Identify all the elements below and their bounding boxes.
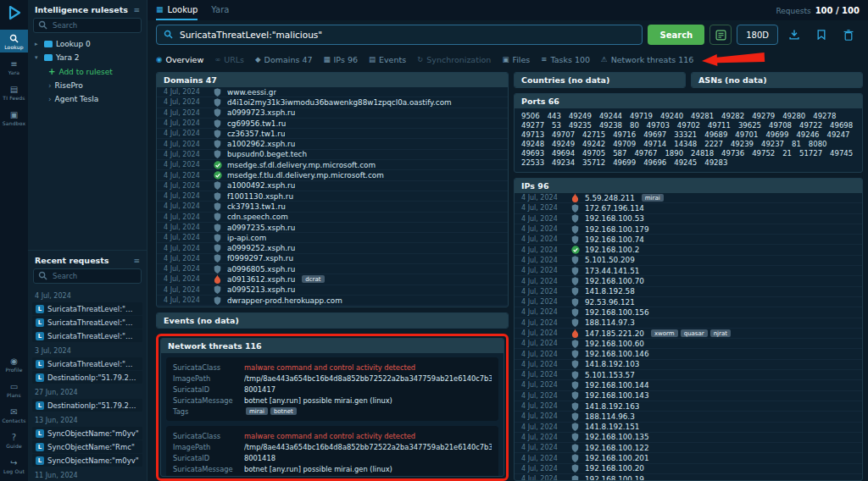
port-value[interactable]: 49702 (677, 121, 700, 130)
port-value[interactable]: 49244 (599, 112, 622, 120)
ip-link[interactable]: 192.168.100.179 (585, 225, 649, 234)
result-tab-overview[interactable]: ◉Overview (156, 55, 203, 64)
recent-request-item[interactable]: LSyncObjectName:"m0yv" (32, 427, 142, 440)
ip-link[interactable]: 192.168.100.70 (585, 277, 644, 285)
domain-link[interactable]: ck37913.tw1.ru (227, 202, 286, 211)
port-value[interactable]: 49699 (613, 158, 636, 167)
port-value[interactable]: 49237 (761, 140, 784, 148)
tag-badge[interactable]: njrat (710, 329, 731, 337)
ip-link[interactable]: 192.168.100.201 (585, 454, 649, 462)
port-value[interactable]: 49719 (630, 112, 653, 120)
tag-badge[interactable]: dcrat (302, 275, 324, 283)
domain-link[interactable]: msedge.sf.dl.delivery.mp.microsoft.com (227, 161, 376, 169)
port-value[interactable]: 14348 (674, 140, 697, 148)
ip-link[interactable]: 188.114.96.3 (585, 412, 635, 421)
ruleset-item-agent-tesla[interactable]: ›Agent Tesla (28, 92, 147, 106)
ruleset-search[interactable] (33, 18, 142, 33)
port-value[interactable]: 49247 (826, 130, 849, 139)
domain-link[interactable]: a0997235.xsph.ru (227, 224, 295, 232)
port-value[interactable]: 49696 (643, 158, 666, 167)
rail-item-profile[interactable]: ◉Profile (0, 352, 28, 375)
port-value[interactable]: 49281 (691, 112, 714, 120)
port-value[interactable]: 53 (552, 121, 561, 130)
period-select[interactable]: 180D (737, 25, 778, 45)
domain-link[interactable]: a0995213.xsph.ru (227, 285, 295, 294)
recent-request-item[interactable]: LDestinationIp:"51.79.21... (32, 399, 142, 412)
recent-request-item[interactable]: LSuricataThreatLevel:"ma... (32, 302, 142, 315)
domain-link[interactable]: msedge.f.tlu.dl.delivery.mp.microsoft.co… (227, 171, 384, 180)
ip-link[interactable]: 188.114.97.3 (585, 318, 635, 327)
port-value[interactable]: 49736 (721, 149, 744, 158)
port-value[interactable]: 49249 (552, 140, 575, 148)
port-value[interactable]: 22533 (521, 158, 544, 167)
recent-request-item[interactable]: LDestinationIp:"51.79.21... (32, 371, 142, 384)
tab-yara[interactable]: Yara (211, 0, 229, 20)
port-value[interactable]: 49752 (752, 149, 775, 158)
domain-link[interactable]: www.eessi.gr (227, 88, 276, 97)
port-value[interactable]: 2227 (704, 140, 723, 148)
ips-panel-header[interactable]: IPs 96 (515, 179, 862, 193)
domains-panel-header[interactable]: Domains 47 (157, 73, 508, 87)
result-tab-tasks[interactable]: ≡Tasks 100 (541, 55, 590, 64)
rail-item-plans[interactable]: ▭Plans (0, 378, 28, 401)
recent-request-item[interactable]: LSuricataThreatLevel:"ma... (32, 329, 142, 342)
domain-link[interactable]: cdn.speech.com (227, 213, 288, 221)
ip-link[interactable]: 192.168.100.60 (585, 340, 644, 348)
delete-icon[interactable] (837, 25, 860, 45)
ip-link[interactable]: 192.168.100.2 (585, 246, 639, 254)
ruleset-search-input[interactable] (51, 20, 136, 30)
download-icon[interactable] (783, 25, 805, 45)
ip-link[interactable]: 141.8.192.151 (585, 423, 639, 431)
rail-item-tifeeds[interactable]: ▤TI Feeds (0, 80, 28, 103)
port-value[interactable]: 49689 (704, 130, 727, 139)
port-value[interactable]: 49248 (521, 140, 544, 148)
rail-item-contacts[interactable]: ✉Contacts (0, 403, 28, 426)
port-value[interactable]: 49709 (613, 140, 636, 148)
port-value[interactable]: 49697 (643, 130, 666, 139)
ip-link[interactable]: 141.8.192.103 (585, 360, 639, 368)
tab-lookup[interactable]: ▦ Lookup (156, 0, 198, 20)
ip-link[interactable]: 192.168.100.74 (585, 235, 644, 244)
port-value[interactable]: 49277 (521, 121, 544, 130)
ip-link[interactable]: 192.168.100.53 (585, 214, 644, 223)
port-value[interactable]: 51727 (799, 149, 822, 158)
port-value[interactable]: 49239 (731, 140, 754, 148)
search-button[interactable]: Search (648, 25, 704, 45)
port-value[interactable]: 21 (782, 149, 792, 158)
port-value[interactable]: 49240 (660, 112, 683, 120)
recent-request-item[interactable]: LSuricataThreatLevel:"ma... (32, 316, 142, 329)
domain-link[interactable]: a1002962.xsph.ru (227, 140, 295, 148)
port-value[interactable]: 49279 (752, 112, 775, 120)
query-input[interactable] (178, 29, 635, 41)
domain-link[interactable]: f1001130.xsph.ru (227, 192, 293, 201)
port-value[interactable]: 1890 (665, 149, 683, 158)
domain-link[interactable]: d4i1oi2my31k3iwmodu36bawenkg88w1zpqcl0a.… (227, 98, 452, 107)
recent-search-input[interactable] (51, 271, 136, 281)
ip-link[interactable]: 5.101.50.209 (585, 256, 635, 264)
ip-link[interactable]: 192.168.100.20 (585, 464, 644, 473)
port-value[interactable]: 49707 (552, 130, 575, 139)
domain-link[interactable]: a0999723.xsph.ru (227, 108, 295, 117)
ip-link[interactable]: 141.8.192.163 (585, 402, 639, 411)
port-value[interactable]: 49249 (569, 112, 592, 120)
port-value[interactable]: 9506 (521, 112, 540, 120)
result-tab-threats[interactable]: ⚠Network threats 116 (601, 55, 693, 64)
folder-lookup-0[interactable]: ▸Lookup 0 (28, 37, 147, 51)
domain-link[interactable]: a0913612.xsph.ru (227, 275, 295, 284)
port-value[interactable]: 587 (613, 149, 626, 158)
port-value[interactable]: 49716 (613, 130, 636, 139)
ruleset-filter-icon[interactable]: ≡ (133, 6, 140, 14)
report-icon[interactable] (709, 25, 732, 45)
port-value[interactable]: 35712 (582, 158, 605, 167)
rail-item-logout[interactable]: ↪Log Out (0, 454, 28, 477)
anyrun-logo-icon[interactable] (6, 4, 23, 23)
ruleset-item-risepro[interactable]: ›RisePro (28, 79, 147, 92)
port-value[interactable]: 49714 (643, 140, 666, 148)
rail-item-sandbox[interactable]: ▣Sandbox (0, 106, 28, 129)
query-field[interactable] (156, 25, 643, 45)
tag-badge[interactable]: botnet (270, 407, 297, 415)
tag-badge[interactable]: mirai (642, 194, 664, 202)
ip-link[interactable]: 192.168.100.19 (585, 475, 644, 480)
ip-link[interactable]: 192.168.100.122 (585, 444, 649, 452)
port-value[interactable]: 49242 (582, 140, 605, 148)
